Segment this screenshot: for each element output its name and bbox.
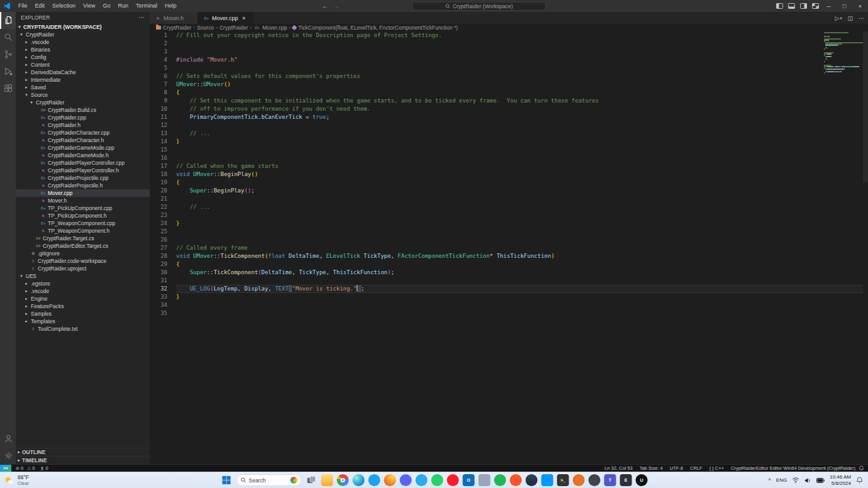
code-line[interactable]: // off to improve performance if you don…	[176, 105, 863, 113]
toggle-panel-icon[interactable]	[788, 3, 795, 9]
remote-indicator[interactable]: ><	[0, 465, 11, 472]
weather-widget[interactable]: 66°F Clear	[0, 475, 29, 486]
tree-item-samples[interactable]: ▸Samples	[16, 310, 150, 318]
code-line[interactable]	[176, 309, 863, 318]
taskbar-app-epic[interactable]: E	[620, 474, 632, 486]
nav-back-icon[interactable]: ←	[322, 0, 328, 12]
menu-run[interactable]: Run	[114, 0, 132, 12]
tree-item-mover-cpp[interactable]: C+Mover.cpp	[16, 189, 150, 197]
code-line[interactable]: }	[176, 293, 863, 301]
workspace-section-header[interactable]: ▾ CRYPTRAIDER (WORKSPACE)	[16, 23, 150, 31]
code-line[interactable]: // Called when the game starts	[176, 162, 863, 170]
minimize-button[interactable]: ─	[821, 0, 837, 12]
code-line[interactable]: {	[176, 89, 863, 97]
tree-item-gitignore[interactable]: ⚙.gitignore	[16, 250, 150, 257]
code-line[interactable]: void UMover::TickComponent(float DeltaTi…	[176, 252, 863, 260]
taskbar-app-outlook[interactable]: O	[463, 474, 475, 486]
split-editor-icon[interactable]: ◫	[847, 15, 853, 21]
menu-terminal[interactable]: Terminal	[132, 0, 161, 12]
taskbar-app-spotify[interactable]	[494, 474, 506, 486]
tree-item-cryptraidercharacter-cpp[interactable]: C+CryptRaiderCharacter.cpp	[16, 129, 150, 136]
account-icon[interactable]	[0, 430, 16, 447]
editor-scrollbar[interactable]	[863, 31, 868, 464]
scrollbar-slider[interactable]	[863, 31, 868, 182]
taskbar-app-edge[interactable]	[353, 474, 365, 486]
code-line[interactable]: // Fill out your copyright notice in the…	[176, 31, 863, 40]
taskbar-app-terminal[interactable]: >_	[557, 474, 569, 486]
code-line[interactable]: // Called every frame	[176, 244, 863, 252]
taskbar-app-brave[interactable]	[510, 474, 522, 486]
taskbar-app-discord[interactable]	[400, 474, 412, 486]
close-button[interactable]: ×	[852, 0, 868, 12]
code-line[interactable]: // ...	[176, 130, 863, 138]
breadcrumb-item-cryptraider[interactable]: CryptRaider	[156, 25, 191, 31]
code-line[interactable]	[176, 121, 863, 130]
taskbar-app-opera[interactable]	[447, 474, 459, 486]
toggle-secondary-sidebar-icon[interactable]	[800, 3, 807, 9]
minimap[interactable]	[824, 31, 863, 464]
code-line[interactable]	[176, 48, 863, 56]
tree-item-featurepacks[interactable]: ▸FeaturePacks	[16, 302, 150, 310]
code-line[interactable]: Super::TickComponent(DeltaTime, TickType…	[176, 269, 863, 277]
nav-forward-icon[interactable]: →	[333, 0, 340, 12]
tree-item-tp-weaponcomponent-cpp[interactable]: C+TP_WeaponComponent.cpp	[16, 219, 150, 227]
menu-view[interactable]: View	[79, 0, 99, 12]
breadcrumb-item-cryptraider[interactable]: CryptRaider	[220, 25, 248, 31]
taskbar-app-telegram[interactable]	[416, 474, 428, 486]
tray-expand-icon[interactable]: ^	[769, 477, 771, 484]
tree-item-cryptraider[interactable]: ▾CryptRaider	[16, 99, 150, 106]
volume-icon[interactable]	[804, 477, 811, 484]
breadcrumb-item-mover-cpp[interactable]: C+Mover.cpp	[253, 25, 287, 31]
tree-item-cryptraiderplayercontroller-cpp[interactable]: C+CryptRaiderPlayerController.cpp	[16, 159, 150, 167]
menu-file[interactable]: File	[14, 0, 31, 12]
code-line[interactable]	[176, 40, 863, 48]
problems-indicator[interactable]: ⊘ 0 ⚠ 0	[16, 465, 35, 471]
wifi-icon[interactable]	[792, 477, 799, 483]
code-line[interactable]: UMover::UMover()	[176, 80, 863, 89]
code-line[interactable]: UE_LOG(LogTemp, Display, TEXT("Mover is …	[176, 285, 863, 293]
clock[interactable]: 10:46 AM 5/8/2024	[830, 474, 851, 486]
extensions-icon[interactable]	[0, 80, 16, 97]
tree-item-config[interactable]: ▸Config	[16, 53, 150, 61]
tree-item-cryptraider-h[interactable]: hCryptRaider.h	[16, 121, 150, 129]
command-center-search[interactable]: CryptRaider (Workspace)	[412, 2, 546, 11]
language-indicator[interactable]: ENG	[776, 477, 787, 483]
code-pane[interactable]: // Fill out your copyright notice in the…	[176, 31, 863, 318]
taskbar-app-app-orange[interactable]	[573, 474, 585, 486]
ports-indicator[interactable]: 0	[40, 465, 48, 471]
tree-item-intermediate[interactable]: ▸Intermediate	[16, 76, 150, 84]
taskbar-app-firefox[interactable]	[384, 474, 396, 486]
taskbar-app-teams[interactable]: T	[604, 474, 616, 486]
code-line[interactable]	[176, 211, 863, 219]
explorer-icon[interactable]	[0, 12, 16, 29]
explorer-more-actions-icon[interactable]: ⋯	[138, 14, 145, 21]
taskbar-search[interactable]: Search	[236, 474, 302, 486]
code-line[interactable]: // Set this component to be initialized …	[176, 97, 863, 105]
customize-layout-icon[interactable]	[812, 3, 819, 9]
taskbar-app-unreal[interactable]: U	[636, 474, 648, 486]
tree-item-mover-h[interactable]: hMover.h	[16, 197, 150, 204]
code-line[interactable]: PrimaryComponentTick.bCanEverTick = true…	[176, 113, 863, 121]
breadcrumb-item-tickcomponent-float-elev[interactable]: TickComponent(float, ELevelTick, FActorC…	[292, 25, 458, 31]
maximize-button[interactable]: □	[837, 0, 852, 12]
outline-panel[interactable]: ▸ OUTLINE	[16, 448, 150, 456]
code-line[interactable]	[176, 195, 863, 203]
battery-icon[interactable]	[816, 478, 825, 483]
tab-mover-cpp[interactable]: C+Mover.cpp×	[198, 12, 253, 24]
tree-item-cryptraider-build-cs[interactable]: C#CryptRaider.Build.cs	[16, 106, 150, 114]
menu-selection[interactable]: Selection	[48, 0, 79, 12]
tree-item-vscode[interactable]: ▸.vscode	[16, 38, 150, 46]
tree-item-tp-weaponcomponent-h[interactable]: hTP_WeaponComponent.h	[16, 227, 150, 235]
menu-edit[interactable]: Edit	[31, 0, 49, 12]
timeline-panel[interactable]: ▸ TIMELINE	[16, 456, 150, 464]
code-line[interactable]: }	[176, 219, 863, 228]
tree-item-cryptraiderprojectile-h[interactable]: hCryptRaiderProjectile.h	[16, 182, 150, 189]
code-line[interactable]	[176, 64, 863, 72]
tree-item-tp-pickupcomponent-cpp[interactable]: C+TP_PickUpComponent.cpp	[16, 204, 150, 212]
tree-item-binaries[interactable]: ▸Binaries	[16, 46, 150, 53]
tree-item-saved[interactable]: ▸Saved	[16, 84, 150, 91]
breadcrumb-item-source[interactable]: Source	[197, 25, 214, 31]
tree-item-cryptraider-cpp[interactable]: C+CryptRaider.cpp	[16, 114, 150, 121]
code-line[interactable]: // ...	[176, 203, 863, 211]
status-cursor-position[interactable]: Ln 32, Col 53	[604, 465, 633, 471]
